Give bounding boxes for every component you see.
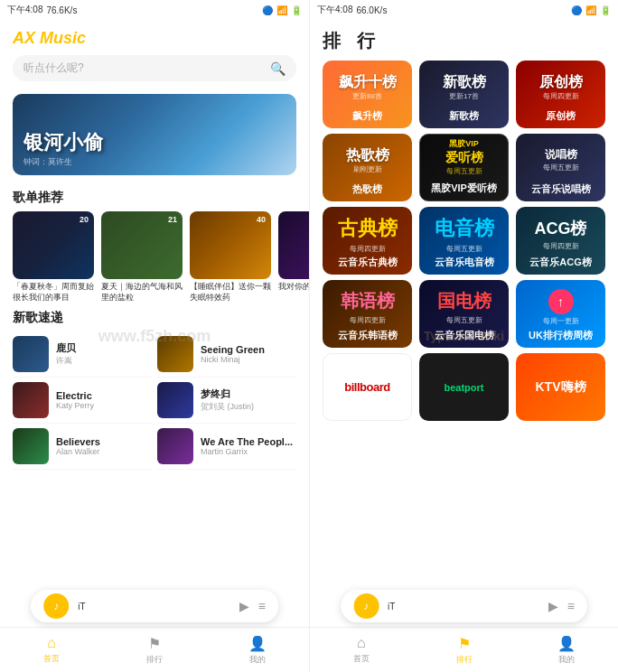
status-network-r: 66.0K/s — [356, 5, 387, 15]
chart-hy-text: 韩语榜 — [341, 289, 395, 313]
section-playlist-title: 歌单推荐 — [0, 182, 309, 211]
nav-mine-left[interactable]: 👤 我的 — [206, 635, 309, 666]
chart-uk-update: 每周一更新 — [543, 316, 579, 326]
song-title-5: 梦终归 — [201, 387, 296, 401]
mini-player-menu[interactable]: ≡ — [258, 599, 266, 613]
chart-billboard[interactable]: billboard — [323, 353, 412, 421]
chart-yuanchuang[interactable]: 原创榜 每周四更新 原创榜 — [516, 61, 605, 128]
cc-inner-bb: billboard — [331, 359, 404, 415]
nav-home-left[interactable]: ⌂ 首页 — [0, 635, 103, 665]
search-icon[interactable]: 🔍 — [270, 61, 286, 76]
song-info-4: Seeing Green Nicki Minaj — [201, 344, 296, 364]
mini-player-play-r[interactable]: ▶ — [548, 599, 558, 613]
vip-top: 黑胶VIP — [449, 138, 479, 150]
chart-label-left: 排行 — [146, 654, 163, 666]
song-artist-1: 许嵩 — [56, 355, 152, 367]
playlist-card-1[interactable]: 20 「春夏秋冬」周而复始 很长我们的事目 — [13, 211, 94, 303]
right-status-bar: 下午4:08 66.0K/s 🔵 📶 🔋 — [310, 0, 618, 20]
song-item-1[interactable]: 鹿贝 许嵩 — [13, 331, 152, 378]
song-item-5[interactable]: 梦终归 贺刘吴 (Justin) — [157, 378, 296, 424]
mine-label-right: 我的 — [558, 654, 575, 666]
chart-acg[interactable]: ACG榜 每周四更新 云音乐ACG榜 — [516, 207, 605, 275]
chart-rege-update: 刷刚更新 — [353, 164, 382, 174]
song-column-left: 鹿贝 许嵩 Electric Katy Perry — [13, 331, 152, 470]
chart-dianyin[interactable]: 电音榜 每周五更新 云音乐电音榜 — [419, 207, 509, 275]
charts-grid-3: 古典榜 每周四更新 云音乐古典榜 电音榜 每周五更新 云音乐电音榜 ACG榜 每… — [310, 207, 618, 275]
cc-inner-1: 飙升十榜 更新88首 — [330, 66, 405, 109]
cc-inner-11: 国电榜 每周五更新 — [426, 285, 501, 329]
left-header: AX Music 听点什么呢? 🔍 — [0, 20, 309, 87]
chart-guodian[interactable]: 国电榜 每周五更新 云音乐国电榜 — [419, 280, 509, 348]
playlist-count-1: 20 — [80, 215, 89, 224]
mini-player-right[interactable]: ♪ iT ▶ ≡ — [341, 590, 587, 622]
chart-vip[interactable]: 黑胶VIP 爱听榜 每周五更新 黑胶VIP爱听榜 — [419, 134, 509, 201]
playlist-card-4[interactable]: 我对你的爱油 永不落 — [278, 211, 309, 303]
playlist-card-2[interactable]: 21 夏天｜海边的气海和风里的盐粒 — [101, 211, 183, 303]
song-item-3[interactable]: Believers Alan Walker — [13, 424, 152, 470]
search-placeholder: 听点什么呢? — [23, 61, 263, 76]
nav-chart-left[interactable]: ⚑ 排行 — [103, 635, 206, 666]
chart-uk[interactable]: ↑ 每周一更新 UK排行榜周榜 — [516, 280, 605, 348]
status-right-r: 🔵 📶 🔋 — [571, 5, 611, 15]
chart-dy-text: 电音榜 — [435, 215, 494, 242]
song-info-5: 梦终归 贺刘吴 (Justin) — [201, 387, 296, 413]
mini-player-menu-r[interactable]: ≡ — [567, 599, 575, 613]
song-info-2: Electric Katy Perry — [56, 390, 152, 410]
song-thumb-6 — [157, 428, 193, 464]
left-content: 银河小偷 钟词：莫许生 歌单推荐 20 「春夏秋冬」周而复始 很长我们的事目 2… — [0, 87, 309, 627]
charts-grid-4: 韩语榜 每周四更新 云音乐韩语榜 国电榜 每周五更新 云音乐国电榜 ↑ 每周一更… — [310, 280, 618, 348]
playlist-label-4: 我对你的爱油 永不落 — [278, 282, 309, 293]
battery-icon: 🔋 — [291, 5, 302, 15]
status-left: 下午4:08 76.6K/s — [7, 4, 77, 16]
left-status-bar: 下午4:08 76.6K/s 🔵 📶 🔋 — [0, 0, 309, 20]
chart-hanyu[interactable]: 韩语榜 每周四更新 云音乐韩语榜 — [323, 280, 412, 348]
song-item-2[interactable]: Electric Katy Perry — [13, 378, 152, 424]
nav-mine-right[interactable]: 👤 我的 — [515, 635, 618, 666]
chart-shuochang[interactable]: 说唱榜 每周五更新 云音乐说唱榜 — [516, 134, 605, 201]
search-bar[interactable]: 听点什么呢? 🔍 — [13, 55, 296, 81]
cc-inner-6: 说唱榜 每周五更新 — [523, 139, 598, 182]
chart-paisheng[interactable]: 飙升十榜 更新88首 飙升榜 — [323, 61, 412, 128]
chart-paisheng-title: 飙升十榜 — [339, 75, 397, 89]
mini-player-play[interactable]: ▶ — [239, 599, 249, 613]
bluetooth-icon: 🔵 — [262, 5, 273, 15]
chart-gudian[interactable]: 古典榜 每周四更新 云音乐古典榜 — [323, 207, 412, 275]
wifi-icon-r: 📶 — [585, 5, 596, 15]
section-newsongs-title: 新歌速递 — [0, 303, 309, 331]
chart-beatport[interactable]: beatport — [419, 353, 509, 421]
mine-icon-right: 👤 — [557, 635, 576, 652]
app-title: AX Music — [13, 29, 296, 48]
chart-xinge[interactable]: 新歌榜 更新17首 新歌榜 — [419, 61, 509, 128]
song-column-right: Seeing Green Nicki Minaj 梦终归 贺刘吴 (Justin… — [157, 331, 296, 470]
chart-guo-text: 国电榜 — [437, 289, 492, 313]
charts-grid-5: billboard beatport KTV嗨榜 — [310, 353, 618, 421]
chart-gd-text: 古典榜 — [338, 215, 398, 242]
chart-acg-name: 云音乐ACG榜 — [523, 256, 598, 269]
status-time: 下午4:08 — [7, 4, 42, 16]
song-thumb-5 — [157, 382, 193, 418]
chart-sc-title: 说唱榜 — [545, 149, 577, 161]
cc-inner-bp: beatport — [426, 359, 501, 415]
chart-vip-name: 黑胶VIP爱听榜 — [427, 182, 501, 195]
song-columns: 鹿贝 许嵩 Electric Katy Perry — [13, 331, 296, 470]
song-artist-2: Katy Perry — [56, 401, 152, 410]
banner[interactable]: 银河小偷 钟词：莫许生 — [13, 94, 296, 175]
song-item-6[interactable]: We Are The Peopl... Martin Garrix — [157, 424, 296, 470]
vip-sub: 每周五更新 — [446, 166, 482, 176]
chart-ktv-text: KTV嗨榜 — [536, 379, 586, 396]
mini-player[interactable]: ♪ iT ▶ ≡ — [31, 590, 278, 622]
chart-ktv[interactable]: KTV嗨榜 — [516, 353, 605, 421]
song-title-6: We Are The Peopl... — [201, 436, 296, 447]
mini-player-avatar-r: ♪ — [353, 593, 379, 619]
chart-rege[interactable]: 热歌榜 刷刚更新 热歌榜 — [323, 134, 412, 201]
playlist-card-3[interactable]: 40 【睡眠伴侣】送你一颗失眠特效药 — [190, 211, 271, 303]
chart-rege-name: 热歌榜 — [330, 182, 405, 196]
song-item-4[interactable]: Seeing Green Nicki Minaj — [157, 331, 296, 378]
chart-rege-title: 热歌榜 — [346, 148, 389, 163]
nav-home-right[interactable]: ⌂ 首页 — [310, 635, 413, 665]
nav-chart-right[interactable]: ⚑ 排行 — [413, 635, 516, 666]
right-content: 飙升十榜 更新88首 飙升榜 新歌榜 更新17首 新歌榜 原创榜 每周四更新 原… — [310, 61, 618, 627]
chart-acg-update: 每周四更新 — [543, 241, 579, 251]
charts-grid-2: 热歌榜 刷刚更新 热歌榜 黑胶VIP 爱听榜 每周五更新 黑胶VIP爱听榜 说唱… — [310, 134, 618, 201]
cc-inner-uk: ↑ 每周一更新 — [523, 285, 598, 329]
